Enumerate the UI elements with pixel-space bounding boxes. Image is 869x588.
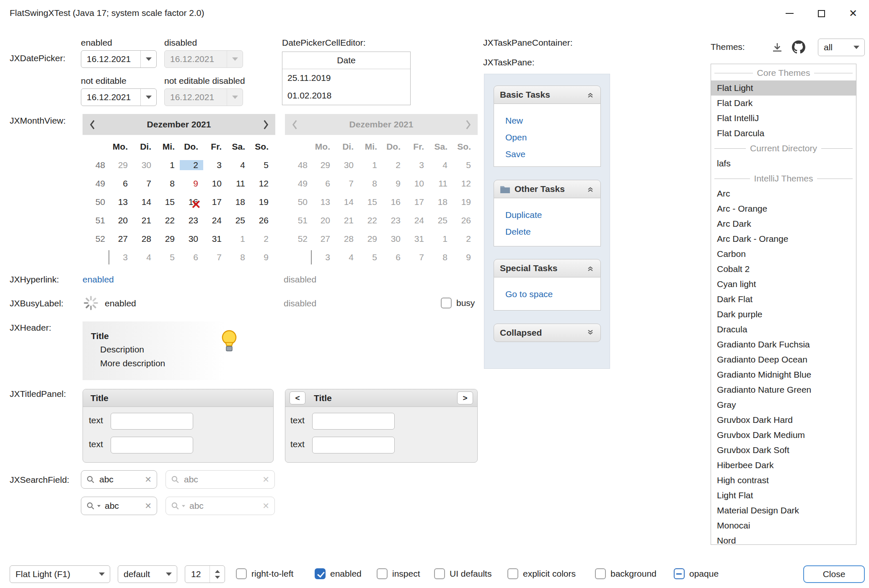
- download-icon[interactable]: [771, 41, 784, 54]
- day-cell[interactable]: 17: [203, 197, 227, 207]
- task-link[interactable]: Open: [505, 132, 600, 142]
- collapse-chevron-icon[interactable]: [586, 185, 595, 193]
- taskpane-basic-tasks-header[interactable]: Basic Tasks: [494, 85, 601, 104]
- theme-item[interactable]: Gruvbox Dark Soft: [711, 443, 856, 458]
- table-row[interactable]: 01.02.2018: [282, 87, 410, 104]
- day-cell[interactable]: 9: [250, 252, 274, 262]
- themes-filter-combo[interactable]: all: [818, 39, 865, 56]
- day-cell[interactable]: 22: [156, 215, 180, 225]
- day-cell[interactable]: 4: [133, 252, 156, 262]
- day-cell[interactable]: 3: [109, 252, 133, 262]
- day-cell[interactable]: 5: [156, 252, 180, 262]
- day-cell[interactable]: 27: [109, 234, 133, 244]
- titledpanel-text-input[interactable]: [312, 437, 395, 453]
- theme-item[interactable]: Gradianto Dark Fuchsia: [711, 337, 856, 352]
- theme-item[interactable]: Hiberbee Dark: [711, 458, 856, 473]
- maximize-button[interactable]: [805, 0, 837, 27]
- theme-item[interactable]: Flat Dark: [711, 96, 856, 111]
- hyperlink-enabled[interactable]: enabled: [83, 275, 114, 285]
- next-month-button[interactable]: [256, 114, 275, 135]
- day-cell[interactable]: 29: [156, 234, 180, 244]
- day-cell[interactable]: 12: [250, 179, 274, 189]
- task-link[interactable]: Duplicate: [505, 210, 600, 220]
- close-dialog-button[interactable]: Close: [803, 565, 865, 583]
- day-cell[interactable]: 21: [133, 215, 156, 225]
- day-cell[interactable]: 6: [180, 252, 203, 262]
- day-cell[interactable]: 26: [250, 215, 274, 225]
- taskpane-special-tasks-header[interactable]: Special Tasks: [494, 259, 601, 277]
- searchfield-menu-enabled[interactable]: ✕: [81, 497, 157, 515]
- theme-item[interactable]: High contrast: [711, 473, 856, 488]
- theme-item[interactable]: Arc - Orange: [711, 201, 856, 216]
- day-cell[interactable]: 8: [227, 252, 250, 262]
- theme-item[interactable]: Arc Dark: [711, 216, 856, 231]
- day-cell[interactable]: 2: [250, 234, 274, 244]
- laf-combo[interactable]: Flat Light (F1): [10, 565, 110, 583]
- taskpane-other-tasks-header[interactable]: Other Tasks: [494, 180, 601, 198]
- theme-item[interactable]: Arc: [711, 186, 856, 201]
- table-row[interactable]: 25.11.2019: [282, 69, 410, 87]
- opaque-checkbox[interactable]: opaque: [674, 568, 719, 579]
- day-cell[interactable]: 18: [227, 197, 250, 207]
- day-cell[interactable]: 20: [109, 215, 133, 225]
- close-button[interactable]: ✕: [837, 0, 869, 27]
- inspect-checkbox[interactable]: inspect: [377, 568, 420, 579]
- titledpanel-text-input[interactable]: [111, 437, 193, 453]
- day-cell[interactable]: 5: [250, 160, 274, 170]
- task-link[interactable]: New: [505, 116, 600, 126]
- datepicker-value[interactable]: 16.12.2021: [81, 54, 140, 64]
- theme-item[interactable]: Nord: [711, 533, 856, 545]
- day-cell[interactable]: 13: [109, 197, 133, 207]
- day-cell[interactable]: 28: [133, 234, 156, 244]
- minimize-button[interactable]: [773, 0, 805, 27]
- theme-item[interactable]: Dracula: [711, 322, 856, 337]
- theme-item[interactable]: Dark Flat: [711, 292, 856, 307]
- theme-item[interactable]: Light Flat: [711, 488, 856, 503]
- titledpanel-text-input[interactable]: [312, 413, 395, 430]
- day-cell[interactable]: 19: [250, 197, 274, 207]
- titledpanel-right-button[interactable]: >: [457, 391, 473, 404]
- day-cell[interactable]: 3: [203, 160, 227, 170]
- datepicker-enabled[interactable]: 16.12.2021: [81, 50, 157, 68]
- background-checkbox[interactable]: background: [595, 568, 657, 579]
- theme-item[interactable]: Flat IntelliJ: [711, 111, 856, 126]
- theme-item[interactable]: Cyan light: [711, 277, 856, 292]
- day-cell[interactable]: 31: [203, 234, 227, 244]
- theme-item[interactable]: lafs: [711, 156, 856, 171]
- theme-item[interactable]: Cobalt 2: [711, 262, 856, 277]
- taskpane-collapsed-header[interactable]: Collapsed: [494, 324, 601, 342]
- day-cell[interactable]: 9: [180, 179, 203, 189]
- day-cell[interactable]: 6: [109, 179, 133, 189]
- theme-item[interactable]: Gradianto Deep Ocean: [711, 352, 856, 367]
- search-input[interactable]: [99, 474, 140, 484]
- titledpanel-text-input[interactable]: [111, 413, 193, 430]
- ui-defaults-checkbox[interactable]: UI defaults: [434, 568, 491, 579]
- font-size-spinner[interactable]: 12: [185, 565, 225, 583]
- theme-item[interactable]: Gradianto Nature Green: [711, 382, 856, 397]
- datepicker-not-editable[interactable]: 16.12.2021: [81, 88, 157, 106]
- theme-item[interactable]: Gruvbox Dark Medium: [711, 427, 856, 443]
- github-icon[interactable]: [792, 40, 805, 54]
- search-input[interactable]: [105, 501, 140, 511]
- task-link[interactable]: Save: [505, 149, 600, 159]
- day-cell[interactable]: 23: [180, 215, 203, 225]
- day-cell[interactable]: 4: [227, 160, 250, 170]
- theme-item[interactable]: Gruvbox Dark Hard: [711, 412, 856, 427]
- day-cell[interactable]: 11: [227, 179, 250, 189]
- titledpanel-left-button[interactable]: <: [290, 391, 305, 404]
- day-cell[interactable]: 10: [203, 179, 227, 189]
- day-cell[interactable]: 24: [203, 215, 227, 225]
- day-cell[interactable]: 25: [227, 215, 250, 225]
- collapse-chevron-icon[interactable]: [586, 91, 595, 99]
- day-cell[interactable]: 29: [109, 160, 133, 170]
- task-link[interactable]: Go to space: [505, 289, 600, 299]
- font-combo[interactable]: default: [118, 565, 177, 583]
- searchfield-enabled[interactable]: ✕: [81, 470, 157, 489]
- theme-item[interactable]: Material Design Dark: [711, 503, 856, 518]
- theme-item[interactable]: Gradianto Midnight Blue: [711, 367, 856, 382]
- task-link[interactable]: Delete: [505, 227, 600, 237]
- theme-item[interactable]: Carbon: [711, 246, 856, 262]
- theme-item[interactable]: Gray: [711, 397, 856, 412]
- theme-item[interactable]: Arc Dark - Orange: [711, 231, 856, 246]
- theme-item-selected[interactable]: Flat Light: [711, 80, 856, 96]
